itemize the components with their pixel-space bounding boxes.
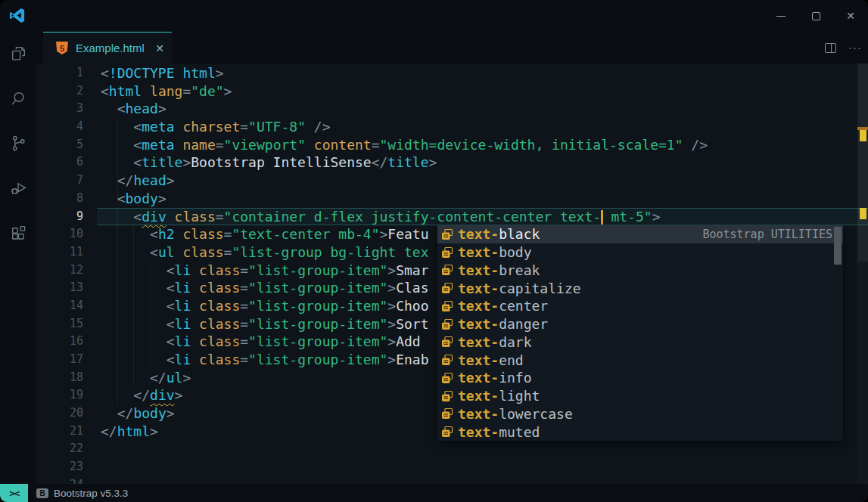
code-line[interactable]: 2<html lang="de"> [36,82,868,101]
vscode-logo-icon [8,7,26,24]
suggestion-label: text-body [458,243,532,261]
css-class-suggestion-icon [441,300,453,312]
search-icon [9,89,28,108]
code-text: <head> [101,100,166,118]
line-number: 21 [36,423,83,441]
suggestion-item[interactable]: text-lowercase [437,405,843,423]
code-line[interactable]: 5 <meta name="viewport" content="width=d… [36,136,868,154]
tab-close-icon[interactable]: ✕ [155,42,164,54]
scrollbar-slider[interactable] [857,64,868,262]
code-text: <title>Bootstrap IntelliSense</title> [101,153,437,172]
css-class-suggestion-icon [441,318,453,330]
status-item-bootstrap[interactable]: B Bootstrap v5.3.3 [36,484,128,502]
suggestion-label: text-break [458,262,540,279]
code-text: </head> [101,172,175,190]
more-actions-icon[interactable]: ··· [848,44,862,51]
suggestion-item[interactable]: text-end [437,351,843,369]
css-class-suggestion-icon [441,390,453,402]
suggestion-label: text-light [458,387,540,404]
line-number: 23 [36,458,83,476]
code-text: <div class="container d-flex justify-con… [101,208,660,226]
code-text: <li class="list-group-item">Enab [101,351,429,369]
code-line[interactable]: 4 <meta charset="UTF-8" /> [36,118,868,136]
suggest-scrollbar-thumb[interactable] [834,227,842,265]
suggestion-item[interactable]: text-light [437,387,843,405]
code-text: <meta charset="UTF-8" /> [101,118,331,136]
suggestion-item[interactable]: text-info [437,369,843,387]
bootstrap-version-label: Bootstrap v5.3.3 [54,488,128,499]
code-line[interactable]: 1<!DOCTYPE html> [36,64,868,82]
status-bar: >< B Bootstrap v5.3.3 [0,484,868,502]
sidebar-item-extensions[interactable] [9,224,28,243]
css-class-suggestion-icon [441,354,453,366]
extensions-icon [9,224,28,243]
sidebar-item-run-debug[interactable] [9,178,28,197]
code-text: </ul> [101,369,191,387]
suggestion-label: text-info [458,369,532,386]
line-number: 24 [36,476,83,484]
line-number: 10 [36,225,83,243]
code-text: <li class="list-group-item">Clas [101,279,429,297]
code-text: <h2 class="text-center mb-4">Featu [101,225,429,243]
line-number: 19 [36,386,83,404]
line-number: 6 [36,153,83,172]
code-line[interactable]: 23 [36,458,868,476]
css-class-suggestion-icon [441,426,453,438]
css-class-suggestion-icon [441,372,453,384]
tab-label: Example.html [76,42,145,54]
suggestion-label: text-danger [458,315,548,333]
suggestion-item[interactable]: text-break [437,262,843,280]
code-line[interactable]: 22 [36,440,868,458]
close-icon: ✕ [846,10,855,22]
close-button[interactable]: ✕ [833,0,868,32]
line-number: 16 [36,333,83,351]
suggestion-item[interactable]: text-body [437,243,843,262]
css-class-suggestion-icon [441,407,453,420]
code-text: </body> [101,404,175,423]
code-line[interactable]: 3 <head> [36,100,868,118]
maximize-button[interactable] [798,0,833,32]
suggestion-label: text-capitalize [458,280,581,297]
suggestion-item[interactable]: text-center [437,297,843,315]
tab-example-html[interactable]: 5 Example.html ✕ [43,32,172,64]
suggestion-label: text-center [458,297,548,315]
code-line[interactable]: 9 <div class="container d-flex justify-c… [36,208,868,226]
remote-icon: >< [9,488,19,499]
code-line[interactable]: 6 <title>Bootstrap IntelliSense</title> [36,153,868,172]
suggestion-item[interactable]: text-capitalize [437,279,843,297]
line-number: 1 [36,64,83,82]
suggestion-label: text-end [458,352,524,369]
css-class-suggestion-icon [441,282,453,294]
code-text: <!DOCTYPE html> [101,64,224,82]
suggest-list: text-blackBootstrap UTILITIES text-body … [437,225,843,441]
minimize-button[interactable] [764,0,798,32]
minimize-icon [776,16,786,17]
sidebar-item-search[interactable] [9,89,28,108]
suggestion-detail: Bootstrap UTILITIES [702,228,843,241]
line-number: 17 [36,351,83,369]
suggestion-item[interactable]: text-dark [437,333,843,352]
line-number: 2 [36,82,83,101]
suggest-widget: text-blackBootstrap UTILITIES text-body … [437,225,843,441]
split-editor-icon[interactable] [825,43,836,53]
line-number: 14 [36,297,83,315]
sidebar-item-source-control[interactable] [9,134,28,153]
line-number: 15 [36,315,83,333]
code-text: <li class="list-group-item">Smar [101,262,429,280]
line-number: 20 [36,404,83,423]
debug-icon [9,178,28,197]
suggestion-item[interactable]: text-blackBootstrap UTILITIES [437,225,843,243]
code-line[interactable]: 8 <body> [36,190,868,208]
code-line[interactable]: 24 [36,476,868,484]
remote-indicator[interactable]: >< [0,484,28,502]
sidebar-item-explorer[interactable] [9,44,28,63]
git-branch-icon [9,134,28,153]
code-text: <li class="list-group-item">Add [101,333,429,351]
code-editor[interactable]: 1<!DOCTYPE html>2<html lang="de">3 <head… [36,64,868,484]
code-text: <ul class="list-group bg-light tex [101,243,429,262]
suggestion-item[interactable]: text-muted [437,423,843,441]
code-line[interactable]: 7 </head> [36,172,868,190]
maximize-icon [812,12,820,20]
suggestion-item[interactable]: text-danger [437,315,843,333]
line-number: 18 [36,369,83,387]
